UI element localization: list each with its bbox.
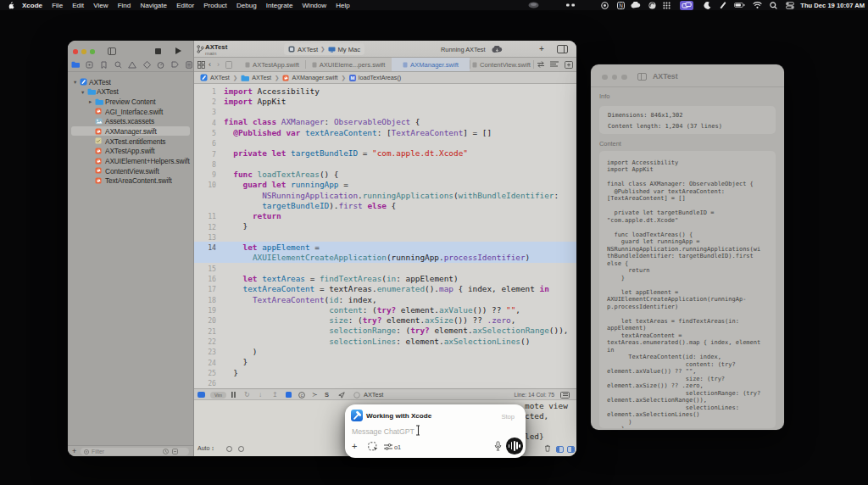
ring-icon[interactable] xyxy=(600,0,609,10)
recent-icon[interactable] xyxy=(163,449,169,454)
pencil-icon[interactable] xyxy=(719,0,726,10)
jump-bar-item-axmanager-swift[interactable]: AXManager.swift xyxy=(282,74,337,81)
activity-view[interactable]: Running AXTest xyxy=(441,41,503,58)
disclosure-triangle[interactable]: ▾ xyxy=(74,79,76,86)
menu-xcode[interactable]: Xcode xyxy=(15,2,47,9)
moon-icon[interactable] xyxy=(703,0,711,10)
jump-bar-item-axtest[interactable]: AXTest xyxy=(241,74,271,81)
process-name[interactable]: AXTest xyxy=(364,389,383,400)
toolbar-branch-name[interactable]: main xyxy=(205,50,216,56)
code-editor[interactable]: 1import Accessibility2import AppKit34fin… xyxy=(194,84,576,388)
jump-bar-item-loadtextareas-[interactable]: MloadTextAreas() xyxy=(349,74,401,81)
menu-help[interactable]: Help xyxy=(331,2,355,9)
tree-item-assets-xcassets[interactable]: Assets.xcassets xyxy=(68,116,193,126)
find-navigator-icon[interactable] xyxy=(114,60,123,69)
project-navigator-icon[interactable] xyxy=(71,60,80,69)
sidebar-toggle-icon[interactable] xyxy=(108,47,116,55)
voice-mode-button[interactable] xyxy=(506,438,523,454)
jump-bar-item-axtest[interactable]: AXTest xyxy=(200,74,230,81)
breakpoints-toggle-icon[interactable] xyxy=(286,389,292,400)
menu-debug[interactable]: Debug xyxy=(231,2,261,9)
tests-icon[interactable] xyxy=(142,60,151,69)
close-button[interactable] xyxy=(602,75,608,81)
info-circle-icon[interactable] xyxy=(238,446,244,452)
forward-button[interactable]: › xyxy=(217,58,220,71)
pause-icon[interactable] xyxy=(231,389,236,400)
tree-item-axmanager-swift[interactable]: AXManager.swift xyxy=(68,126,193,137)
microphone-icon[interactable] xyxy=(494,441,502,451)
menu-file[interactable]: File xyxy=(47,2,68,9)
dots-icon[interactable] xyxy=(565,0,576,10)
zoom-button[interactable] xyxy=(90,49,95,54)
content-box[interactable]: import Accessibility import AppKit final… xyxy=(599,151,776,428)
reports-icon[interactable] xyxy=(186,60,194,69)
issues-icon[interactable] xyxy=(128,60,136,69)
tree-item-agi-interface-swift[interactable]: AGI_Interface.swift xyxy=(68,107,193,117)
zoom-button[interactable] xyxy=(621,75,627,81)
bookmarks-icon[interactable] xyxy=(100,60,108,69)
close-button[interactable] xyxy=(73,49,78,54)
apple-menu-icon[interactable] xyxy=(8,2,15,9)
tab-axuieleme-pers-swift[interactable]: AXUIEleme...pers.swift xyxy=(305,58,392,71)
step-out-icon[interactable]: ↥ xyxy=(272,389,278,400)
memory-graph-icon[interactable]: S xyxy=(325,389,329,400)
model-selector[interactable]: o1 xyxy=(394,443,401,451)
debug-navigator-icon[interactable] xyxy=(157,60,165,69)
console-view-toggle-icon[interactable] xyxy=(567,446,575,453)
disclosure-triangle[interactable]: ▸ xyxy=(89,98,92,105)
minimize-button[interactable] xyxy=(81,49,86,54)
tree-item-axtest-entitlements[interactable]: AXTest.entitlements xyxy=(68,137,193,147)
menu-find[interactable]: Find xyxy=(113,2,136,9)
attach-icon[interactable]: + xyxy=(352,441,357,451)
tree-item-axtest[interactable]: ▾AXTest xyxy=(68,77,193,87)
add-editor-icon[interactable] xyxy=(565,58,573,71)
circle-app-icon[interactable] xyxy=(648,0,656,10)
tree-item-contentview-swift[interactable]: ContentView.swift xyxy=(68,166,193,176)
variables-scope-selector[interactable]: Auto ↕ xyxy=(198,445,214,451)
tools-sliders-icon[interactable] xyxy=(384,443,392,450)
back-button[interactable]: ‹ xyxy=(209,58,211,71)
editor-layout-icon[interactable] xyxy=(557,45,568,53)
add-file-button[interactable]: + xyxy=(72,447,76,455)
disclosure-triangle[interactable]: ▾ xyxy=(81,89,84,96)
wifi-icon[interactable] xyxy=(753,0,762,10)
menu-bar-clock[interactable]: Thu Dec 19 10:07 AM xyxy=(800,0,865,10)
run-button[interactable] xyxy=(175,47,181,54)
variables-view-toggle-icon[interactable] xyxy=(556,446,564,453)
filter-console-icon[interactable] xyxy=(226,446,232,452)
scheme-selector[interactable]: AXTest ❯ My Mac xyxy=(284,43,364,55)
editor-options-icon[interactable] xyxy=(560,392,570,399)
recent-files-icon[interactable] xyxy=(225,58,232,71)
location-icon[interactable] xyxy=(338,389,345,400)
sidebar-toggle-icon[interactable] xyxy=(637,73,647,81)
notion-icon[interactable]: N xyxy=(616,0,625,10)
source-control-icon[interactable] xyxy=(86,60,94,69)
view-hierarchy-icon[interactable]: c xyxy=(298,389,305,400)
swap-editor-icon[interactable] xyxy=(537,58,545,71)
tree-item-textareacontent-swift[interactable]: TextAreaContent.swift xyxy=(68,176,193,186)
library-add-button[interactable]: + xyxy=(539,44,544,53)
toggle-debug-area-icon[interactable] xyxy=(198,389,205,400)
continue-icon[interactable]: ↻ xyxy=(244,389,250,400)
scm-status-icon[interactable] xyxy=(172,449,178,454)
tab-axtestapp-swift[interactable]: AXTestApp.swift xyxy=(239,58,305,71)
battery-icon[interactable] xyxy=(734,0,745,10)
step-over-icon[interactable]: ≻ xyxy=(312,389,318,400)
minimize-button[interactable] xyxy=(612,75,618,81)
app-blob-icon[interactable] xyxy=(527,0,539,10)
tree-item-preview-content[interactable]: ▸Preview Content xyxy=(68,97,193,107)
menu-integrate[interactable]: Integrate xyxy=(261,2,298,9)
menu-window[interactable]: Window xyxy=(298,2,331,9)
search-icon[interactable] xyxy=(770,0,777,10)
minimap-icon[interactable] xyxy=(550,58,559,71)
message-input[interactable]: Message ChatGPT xyxy=(352,427,415,436)
menu-product[interactable]: Product xyxy=(199,2,232,9)
step-into-icon[interactable]: ↓ xyxy=(259,389,262,400)
tree-item-axuielement-helpers-swift[interactable]: AXUIElement+Helpers.swift xyxy=(68,156,193,166)
tab-axmanager-swift[interactable]: AXManager.swift xyxy=(392,58,470,71)
cloud-icon[interactable] xyxy=(631,0,641,10)
menu-editor[interactable]: Editor xyxy=(172,2,199,9)
breakpoints-icon[interactable] xyxy=(171,60,180,69)
related-items-icon[interactable] xyxy=(198,58,205,71)
stop-button[interactable]: Stop xyxy=(501,413,515,421)
